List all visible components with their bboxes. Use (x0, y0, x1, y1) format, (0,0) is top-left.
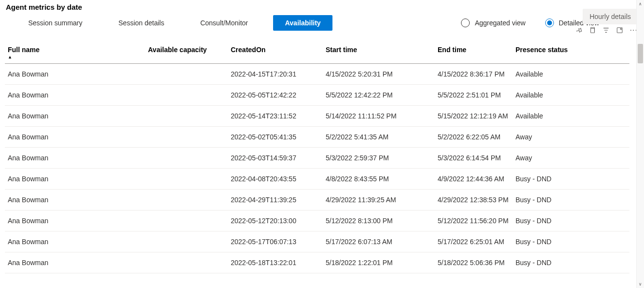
cell-presence-status: Busy - DND (515, 196, 629, 204)
cell-created-on: 2022-05-12T20:13:00 (231, 217, 326, 225)
cell-presence-status: Busy - DND (515, 217, 629, 225)
cell-start-time: 5/2/2022 5:41:35 AM (326, 133, 438, 141)
table-row[interactable]: Ana Bowman2022-05-17T06:07:135/17/2022 6… (5, 231, 629, 252)
cell-start-time: 4/29/2022 11:39:25 AM (326, 196, 438, 204)
copy-icon[interactable] (589, 27, 596, 34)
data-table: Full name ▲ Available capacity CreatedOn… (5, 42, 629, 284)
scroll-down-arrow-icon[interactable]: ∨ (637, 280, 644, 288)
cell-full-name: Ana Bowman (7, 70, 148, 78)
cell-full-name: Ana Bowman (7, 238, 148, 246)
cell-end-time: 5/17/2022 6:25:01 AM (438, 238, 515, 246)
cell-end-time: 5/3/2022 6:14:54 PM (438, 154, 515, 162)
cell-start-time: 5/14/2022 11:11:52 PM (326, 112, 438, 120)
svg-rect-0 (590, 29, 594, 33)
view-toggle-group: Aggregated view Detailed view (461, 19, 599, 27)
cell-end-time: 4/9/2022 12:44:36 AM (438, 175, 515, 183)
tab-session-summary[interactable]: Session summary (18, 15, 93, 31)
table-row[interactable]: Ana Bowman2022-05-03T14:59:375/3/2022 2:… (5, 148, 629, 169)
radio-icon (545, 19, 554, 27)
table-row[interactable]: Ana Bowman2022-05-12T20:13:005/12/2022 8… (5, 211, 629, 231)
col-header-end-time[interactable]: End time (438, 46, 515, 59)
table-row[interactable]: Ana Bowman2022-05-14T23:11:525/14/2022 1… (5, 106, 629, 127)
cell-presence-status: Busy - DND (515, 175, 629, 183)
toolbar-icons: ··· (575, 27, 638, 34)
scroll-thumb[interactable] (638, 44, 643, 63)
hourly-details-button[interactable]: Hourly details (583, 9, 638, 24)
cell-end-time: 4/29/2022 12:38:53 PM (438, 196, 515, 204)
cell-start-time: 5/5/2022 12:42:22 PM (326, 91, 438, 99)
cell-full-name: Ana Bowman (7, 175, 148, 183)
cell-end-time: 5/15/2022 12:12:19 AM (438, 112, 515, 120)
table-body: Ana Bowman2022-04-15T17:20:314/15/2022 5… (5, 64, 629, 273)
table-row[interactable]: Ana Bowman2022-04-08T20:43:554/8/2022 8:… (5, 169, 629, 190)
cell-created-on: 2022-04-29T11:39:25 (231, 196, 326, 204)
cell-start-time: 4/15/2022 5:20:31 PM (326, 70, 438, 78)
cell-end-time: 5/18/2022 5:06:36 PM (438, 259, 515, 267)
col-header-full-name[interactable]: Full name ▲ (7, 46, 148, 59)
page-title: Agent metrics by date (0, 0, 644, 11)
vertical-scrollbar[interactable]: ∧ ∨ (636, 0, 644, 288)
sort-ascending-icon: ▲ (8, 55, 148, 59)
table-row[interactable]: Ana Bowman2022-04-29T11:39:254/29/2022 1… (5, 190, 629, 211)
cell-presence-status: Available (515, 91, 629, 99)
col-header-start-time[interactable]: Start time (326, 46, 438, 59)
cell-full-name: Ana Bowman (7, 259, 148, 267)
cell-presence-status: Away (515, 133, 629, 141)
table-row[interactable]: Ana Bowman2022-05-05T12:42:225/5/2022 12… (5, 85, 629, 106)
cell-created-on: 2022-04-08T20:43:55 (231, 175, 326, 183)
focus-mode-icon[interactable] (616, 27, 623, 34)
cell-presence-status: Away (515, 154, 629, 162)
radio-icon (461, 19, 470, 27)
col-header-label: Full name (8, 46, 39, 54)
col-header-created-on[interactable]: CreatedOn (231, 46, 326, 59)
cell-end-time: 5/2/2022 6:22:05 AM (438, 133, 515, 141)
scroll-up-arrow-icon[interactable]: ∧ (637, 0, 644, 8)
cell-created-on: 2022-05-02T05:41:35 (231, 133, 326, 141)
cell-created-on: 2022-05-03T14:59:37 (231, 154, 326, 162)
col-header-available-capacity[interactable]: Available capacity (148, 46, 231, 59)
col-header-presence-status[interactable]: Presence status (515, 46, 627, 59)
table-row[interactable]: Ana Bowman2022-05-18T13:22:015/18/2022 1… (5, 252, 629, 273)
cell-start-time: 5/18/2022 1:22:01 PM (326, 259, 438, 267)
tabs: Session summarySession detailsConsult/Mo… (18, 15, 347, 31)
table-row[interactable]: Ana Bowman2022-04-15T17:20:314/15/2022 5… (5, 64, 629, 85)
cell-end-time: 5/5/2022 2:51:01 PM (438, 91, 515, 99)
cell-full-name: Ana Bowman (7, 133, 148, 141)
cell-created-on: 2022-05-14T23:11:52 (231, 112, 326, 120)
cell-presence-status: Available (515, 112, 629, 120)
cell-presence-status: Busy - DND (515, 259, 629, 267)
svg-rect-1 (617, 28, 622, 33)
cell-full-name: Ana Bowman (7, 196, 148, 204)
cell-created-on: 2022-04-15T17:20:31 (231, 70, 326, 78)
cell-presence-status: Available (515, 70, 629, 78)
pin-icon[interactable] (575, 27, 582, 34)
table-header: Full name ▲ Available capacity CreatedOn… (5, 42, 629, 64)
cell-full-name: Ana Bowman (7, 91, 148, 99)
cell-created-on: 2022-05-17T06:07:13 (231, 238, 326, 246)
cell-full-name: Ana Bowman (7, 112, 148, 120)
cell-created-on: 2022-05-18T13:22:01 (231, 259, 326, 267)
cell-start-time: 5/12/2022 8:13:00 PM (326, 217, 438, 225)
cell-full-name: Ana Bowman (7, 217, 148, 225)
cell-end-time: 5/12/2022 11:56:20 PM (438, 217, 515, 225)
aggregated-view-label: Aggregated view (475, 19, 525, 27)
tab-availability[interactable]: Availability (273, 15, 332, 31)
filter-icon[interactable] (603, 27, 609, 34)
aggregated-view-radio[interactable]: Aggregated view (461, 19, 525, 27)
cell-created-on: 2022-05-05T12:42:22 (231, 91, 326, 99)
cell-start-time: 5/17/2022 6:07:13 AM (326, 238, 438, 246)
tab-consult-monitor[interactable]: Consult/Monitor (189, 15, 258, 31)
table-row[interactable]: Ana Bowman2022-05-02T05:41:355/2/2022 5:… (5, 127, 629, 148)
cell-presence-status: Busy - DND (515, 238, 629, 246)
cell-start-time: 4/8/2022 8:43:55 PM (326, 175, 438, 183)
tab-session-details[interactable]: Session details (108, 15, 175, 31)
cell-full-name: Ana Bowman (7, 154, 148, 162)
cell-start-time: 5/3/2022 2:59:37 PM (326, 154, 438, 162)
cell-end-time: 4/15/2022 8:36:17 PM (438, 70, 515, 78)
header-row: Session summarySession detailsConsult/Mo… (0, 11, 644, 35)
